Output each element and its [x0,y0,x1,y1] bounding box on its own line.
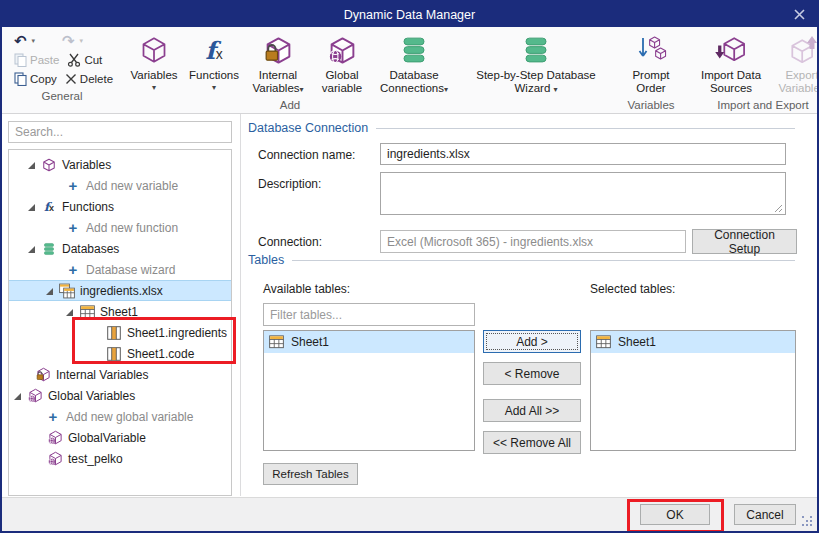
search-input[interactable] [8,121,232,143]
close-button[interactable] [789,6,809,23]
delete-button[interactable]: Delete [61,69,117,88]
tree-item-label: Add new function [86,221,178,235]
tree-item-add-new-function[interactable]: +Add new function [9,217,231,238]
database-connection-section-header: Database Connection [248,121,795,135]
ok-button[interactable]: OK [640,504,710,525]
group-label-wizard [462,98,610,113]
tree-item-label: Sheet1.ingredients [127,326,227,340]
tables-section-header: Tables [248,253,795,267]
remove-button[interactable]: < Remove [483,362,581,385]
list-item-label: Sheet1 [618,335,656,349]
ribbon-group-general: ↶ ▾ ↷ ▾ Paste [4,29,120,113]
connection-name-label: Connection name: [258,148,355,162]
tree-item-label: Add new global variable [66,410,193,424]
refresh-tables-button[interactable]: Refresh Tables [263,463,358,485]
group-label-variables: Variables [616,98,686,113]
add-button[interactable]: Add > [483,330,581,353]
export-variables-button[interactable]: Export Variables [770,30,819,98]
paste-label: Paste [30,54,59,66]
copy-button[interactable]: Copy [10,69,61,88]
dynamic-data-manager-dialog: Dynamic Data Manager ↶ ▾ ↷ ▾ [0,0,819,533]
internal-variables-dropdown-icon: ▾ [300,85,304,94]
variables-button[interactable]: Variables ▾ [124,30,184,98]
add-all-button[interactable]: Add All >> [483,399,581,422]
cancel-button[interactable]: Cancel [734,504,796,525]
delete-label: Delete [80,73,113,85]
tree-item-ingredients-xlsx[interactable]: ingredients.xlsx [9,280,231,301]
remove-all-button[interactable]: << Remove All [483,431,581,454]
tree-item-label: Variables [62,158,111,172]
undo-dropdown-icon[interactable]: ▾ [32,37,36,45]
internal-variables-label: Internal Variables▾ [248,69,308,95]
cut-button[interactable]: Cut [63,50,106,69]
plus-icon: + [45,409,61,425]
database-icon [399,33,429,67]
resize-grip[interactable] [802,516,814,528]
table-icon [269,335,285,350]
connection-setup-button[interactable]: Connection Setup [692,229,797,254]
cube-icon [41,157,57,173]
copy-label: Copy [30,73,57,85]
functions-button[interactable]: fx Functions ▾ [184,30,244,98]
tree-item-functions[interactable]: fxFunctions [9,196,231,217]
prompt-order-button[interactable]: Prompt Order [616,30,686,98]
tree-item-sheet1-code[interactable]: Sheet1.code [9,343,231,364]
undo-button[interactable]: ↶ ▾ [10,31,58,50]
tree-item-global-variables[interactable]: Global Variables [9,385,231,406]
tree-item-label: ingredients.xlsx [80,284,163,298]
tree-item-label: test_pelko [68,452,123,466]
group-label-import-export: Import and Export [692,98,819,113]
list-item-sheet1[interactable]: Sheet1 [591,331,795,353]
ribbon: ↶ ▾ ↷ ▾ Paste [2,27,817,114]
internal-variables-button[interactable]: Internal Variables▾ [244,30,312,98]
available-tables-list: Sheet1 [263,330,475,451]
selected-tables-list: Sheet1 [590,330,796,451]
redo-button[interactable]: ↷ ▾ [58,31,87,50]
tree-item-add-new-global-variable[interactable]: +Add new global variable [9,406,231,427]
import-data-sources-label: Import Data Sources [696,69,766,95]
import-data-sources-button[interactable]: Import Data Sources [692,30,770,98]
database-connections-label: Database Connections▾ [376,69,452,95]
step-by-step-wizard-button[interactable]: Step-by-Step Database Wizard ▾ [462,30,610,98]
expander-icon[interactable] [27,245,35,253]
tree-item-sheet1[interactable]: Sheet1 [9,301,231,322]
import-data-sources-icon [714,33,748,67]
tree-item-label: Functions [62,200,114,214]
tree-item-internal-variables[interactable]: Internal Variables [9,364,231,385]
tree-item-label: Databases [62,242,119,256]
cube-icon [140,33,168,67]
connection-name-input[interactable] [380,143,786,165]
selected-tables-label: Selected tables: [590,282,675,296]
tree-item-variables[interactable]: Variables [9,154,231,175]
tree-item-sheet1-ingredients[interactable]: Sheet1.ingredients [9,322,231,343]
expander-icon[interactable] [27,161,35,169]
global-variable-label: Global variable [316,69,368,95]
list-item-sheet1[interactable]: Sheet1 [264,331,474,353]
tree-item-label: GlobalVariable [68,431,146,445]
tree-item-databases[interactable]: Databases [9,238,231,259]
prompt-order-label: Prompt Order [620,69,682,95]
expander-icon[interactable] [13,392,21,400]
cube-globe-icon [47,451,63,467]
list-item-label: Sheet1 [291,335,329,349]
global-variable-button[interactable]: Global variable [312,30,372,98]
column-icon [106,346,122,362]
connection-label: Connection: [258,235,322,249]
paste-button[interactable]: Paste [10,50,63,69]
tree-item-add-new-variable[interactable]: +Add new variable [9,175,231,196]
expander-icon[interactable] [27,203,35,211]
paste-icon [14,53,27,67]
expander-icon[interactable] [45,287,53,295]
ribbon-group-variables: Prompt Order Variables [614,29,688,113]
connection-value-input [380,230,686,253]
variables-dropdown-icon: ▾ [152,84,156,92]
tree-item-database-wizard[interactable]: +Database wizard [9,259,231,280]
database-icon [521,33,551,67]
tree-item-test-pelko[interactable]: test_pelko [9,448,231,469]
expander-icon[interactable] [65,308,73,316]
delete-icon [65,73,77,85]
description-input[interactable] [380,172,786,215]
tree-item-globalvariable[interactable]: GlobalVariable [9,427,231,448]
database-connections-button[interactable]: Database Connections▾ [372,30,456,98]
filter-tables-input[interactable] [263,303,475,326]
